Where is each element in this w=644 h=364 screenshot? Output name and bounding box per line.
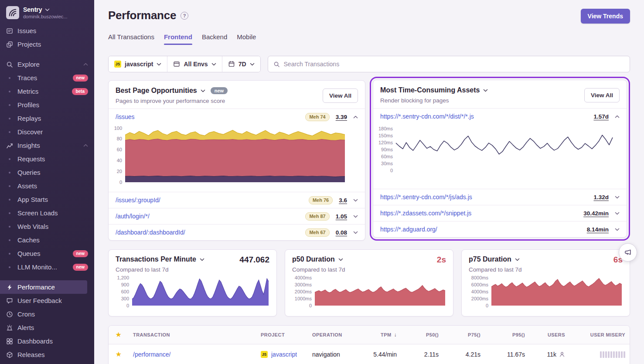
sidebar-item-requests[interactable]: Requests xyxy=(0,152,94,166)
sidebar-item-label: Caches xyxy=(17,236,40,244)
asset-url-link[interactable]: https://*.sentry-cdn.com/*/dist/*/*.js xyxy=(380,113,474,120)
panel-title: Transactions Per Minute xyxy=(116,255,196,263)
asset-url-link[interactable]: https://*.sentry-cdn.com/*/js/ads.js xyxy=(380,194,472,201)
svg-text:60: 60 xyxy=(117,147,122,152)
asset-url-link[interactable]: https://*.zdassets.com/*/snippet.js xyxy=(380,210,471,217)
svg-text:0: 0 xyxy=(486,303,488,308)
sidebar-item-web-vitals[interactable]: Web Vitals xyxy=(0,220,94,233)
chevron-down-icon[interactable] xyxy=(615,228,620,231)
chevron-down-icon[interactable] xyxy=(483,89,488,92)
sidebar-item-alerts[interactable]: Alerts xyxy=(0,321,94,334)
sidebar-item-screen-loads[interactable]: Screen Loads xyxy=(0,206,94,220)
star-cell[interactable]: ★ xyxy=(109,344,129,364)
chevron-down-icon[interactable] xyxy=(200,258,204,261)
sidebar-item-queues[interactable]: Queuesnew xyxy=(0,247,94,260)
opportunity-score-value: 0.08 xyxy=(336,229,347,236)
page-link[interactable]: /issues xyxy=(116,113,135,120)
bullet-icon xyxy=(9,104,10,106)
chevron-down-icon[interactable] xyxy=(353,199,358,202)
sidebar-item-crons[interactable]: Crons xyxy=(0,307,94,321)
feedback-widget-button[interactable] xyxy=(619,243,637,262)
project-filter-button[interactable]: JS javascript xyxy=(109,56,167,72)
column-label: PROJECT xyxy=(261,332,285,337)
assets-highlight-ring: Most Time-Consuming Assets Render blocki… xyxy=(370,77,630,241)
sidebar-item-performance[interactable]: Performance xyxy=(0,280,87,294)
sidebar-item-caches[interactable]: Caches xyxy=(0,233,94,247)
chevron-down-icon[interactable] xyxy=(515,258,520,261)
chevron-down-icon[interactable] xyxy=(615,196,620,199)
chevron-up-icon[interactable] xyxy=(615,115,620,118)
transaction-link[interactable]: /performance/ xyxy=(133,351,170,358)
date-range-filter-button[interactable]: 7D xyxy=(222,56,260,72)
help-icon[interactable]: ? xyxy=(181,12,188,20)
project-link[interactable]: javascript xyxy=(271,351,297,358)
sidebar-item-projects[interactable]: Projects xyxy=(0,37,94,51)
chevron-up-icon[interactable] xyxy=(83,144,88,147)
chevron-down-icon[interactable] xyxy=(353,231,358,234)
page-link[interactable]: /dashboard/:dashboardId/ xyxy=(116,229,185,236)
panel-subtitle: Render blocking for pages xyxy=(380,97,488,104)
sentry-logo xyxy=(6,6,19,19)
column-label: TRANSACTION xyxy=(133,332,170,337)
transactions-table: ★TRANSACTIONPROJECTOPERATIONTPM↓P50()P75… xyxy=(108,325,630,364)
assets-list: https://*.sentry-cdn.com/*/dist/*/*.js1.… xyxy=(373,108,627,237)
page-link[interactable]: /auth/login/*/ xyxy=(116,213,150,220)
page-header: Performance ? View Trends xyxy=(108,0,630,24)
sidebar-item-label: Profiles xyxy=(17,101,39,109)
tab-backend[interactable]: Backend xyxy=(202,33,227,45)
environment-filter-button[interactable]: All Envs xyxy=(167,56,222,72)
bullet-icon xyxy=(9,158,10,160)
view-trends-button[interactable]: View Trends xyxy=(581,9,630,24)
most-time-consuming-assets-panel: Most Time-Consuming Assets Render blocki… xyxy=(373,80,627,238)
sidebar-item-traces[interactable]: Tracesnew xyxy=(0,71,94,85)
panel-title[interactable]: Most Time-Consuming Assets xyxy=(380,86,480,94)
bullet-icon xyxy=(9,91,10,92)
chevron-down-icon[interactable] xyxy=(353,215,358,218)
panel-subtitle: Compared to last 7d xyxy=(469,266,623,273)
chevron-up-icon[interactable] xyxy=(83,63,88,66)
search-input[interactable] xyxy=(284,61,624,68)
svg-text:120ms: 120ms xyxy=(378,140,393,145)
javascript-project-icon: JS xyxy=(114,61,121,68)
chevron-down-icon[interactable] xyxy=(615,212,620,215)
sidebar-nav: IssuesProjectsExploreTracesnewMetricsbet… xyxy=(0,19,94,361)
sidebar-item-issues[interactable]: Issues xyxy=(0,24,94,37)
opportunity-score-value: 3.39 xyxy=(336,114,347,120)
org-switcher[interactable]: Sentry dominik.buszowiec... xyxy=(0,0,94,19)
sidebar-item-releases[interactable]: Releases xyxy=(0,348,94,361)
sidebar-item-queries[interactable]: Queries xyxy=(0,166,94,179)
transaction-cell: /performance/ xyxy=(129,344,256,364)
column-label: P50() xyxy=(426,332,439,337)
sidebar-item-insights[interactable]: Insights xyxy=(0,139,94,152)
sidebar-item-llm-monito[interactable]: LLM Monito...new xyxy=(0,260,94,274)
asset-url-link[interactable]: https://*.adguard.org/ xyxy=(380,226,437,233)
bullet-icon xyxy=(9,185,10,187)
bullet-icon xyxy=(9,226,10,228)
chevron-up-icon[interactable] xyxy=(353,116,358,119)
tab-all-transactions[interactable]: All Transactions xyxy=(108,33,154,45)
sidebar-item-discover[interactable]: Discover xyxy=(0,125,94,139)
column-header-tpm[interactable]: TPM↓ xyxy=(357,326,401,344)
panel-title[interactable]: Best Page Opportunities xyxy=(116,87,197,95)
tab-frontend[interactable]: Frontend xyxy=(164,33,192,45)
column-header-user-misery: USER MISERY xyxy=(569,326,630,344)
svg-text:30ms: 30ms xyxy=(381,161,393,166)
column-label: TPM xyxy=(381,332,392,337)
page-link[interactable]: /issues/:groupId/ xyxy=(116,197,160,204)
view-all-button[interactable]: View All xyxy=(323,88,358,103)
chevron-down-icon[interactable] xyxy=(338,258,343,261)
tab-mobile[interactable]: Mobile xyxy=(237,33,256,45)
sidebar-item-dashboards[interactable]: Dashboards xyxy=(0,334,94,348)
sidebar-item-profiles[interactable]: Profiles xyxy=(0,98,94,112)
sidebar-item-app-starts[interactable]: App Starts xyxy=(0,193,94,206)
sidebar-item-metrics[interactable]: Metricsbeta xyxy=(0,85,94,98)
sidebar-item-replays[interactable]: Replays xyxy=(0,112,94,125)
view-all-button[interactable]: View All xyxy=(584,88,620,102)
panel-subtitle: Compared to last 7d xyxy=(116,266,269,273)
chevron-down-icon xyxy=(45,8,50,11)
column-label: OPERATION xyxy=(312,332,342,337)
sidebar-item-explore[interactable]: Explore xyxy=(0,58,94,71)
sidebar-item-assets[interactable]: Assets xyxy=(0,179,94,193)
chevron-down-icon[interactable] xyxy=(201,89,205,92)
sidebar-item-user-feedback[interactable]: User Feedback xyxy=(0,294,94,307)
